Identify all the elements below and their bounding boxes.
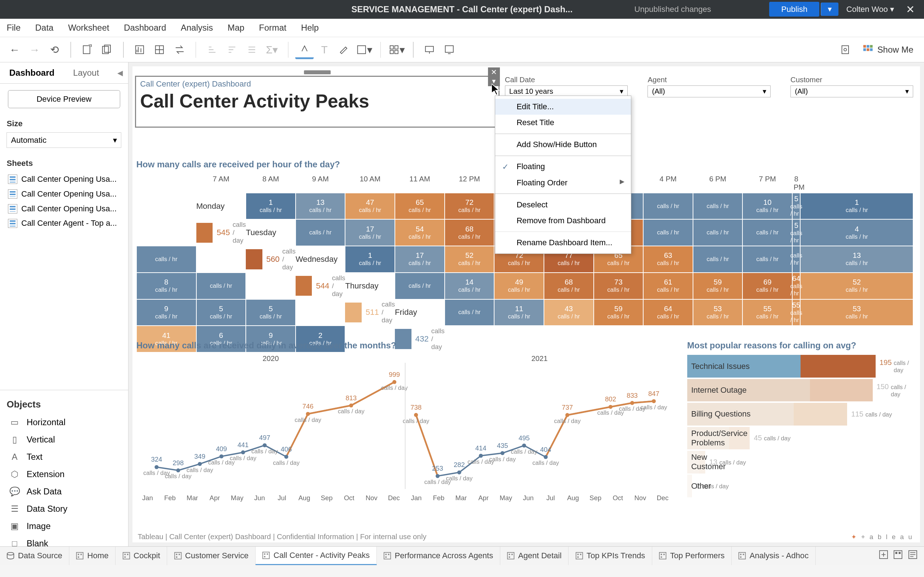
guide-icon[interactable] bbox=[836, 40, 855, 59]
heatmap-cell[interactable]: calls / hr bbox=[693, 219, 743, 246]
object-vertical[interactable]: ▯Vertical bbox=[0, 431, 128, 448]
sheet-item[interactable]: Call Center Opening Usa... bbox=[3, 187, 125, 201]
heatmap-cell[interactable]: 49calls / hr bbox=[494, 272, 544, 299]
heatmap-cell[interactable]: 53calls / hr bbox=[800, 299, 913, 326]
heatmap-cell[interactable]: 13calls / hr bbox=[800, 246, 913, 272]
new-sheet-icon[interactable] bbox=[130, 40, 149, 59]
heatmap-cell[interactable]: 10calls / hr bbox=[743, 193, 792, 220]
sheet-tab[interactable]: Top Performers bbox=[652, 547, 732, 565]
heatmap-cell[interactable]: calls / hr bbox=[743, 219, 792, 246]
heatmap-cell[interactable]: 72calls / hr bbox=[445, 193, 494, 220]
sheet-tab[interactable]: Customer Service bbox=[167, 547, 255, 565]
menu-remove[interactable]: Remove from Dashboard bbox=[495, 213, 631, 229]
object-text[interactable]: AText bbox=[0, 448, 128, 466]
reason-row[interactable]: Product/Service Problems 45calls / day bbox=[687, 426, 914, 450]
new-worksheet-tab-icon[interactable] bbox=[879, 550, 888, 561]
heatmap-cell[interactable]: 52calls / hr bbox=[445, 246, 494, 272]
menu-analysis[interactable]: Analysis bbox=[181, 23, 213, 33]
heatmap-cell[interactable]: 5calls / hr bbox=[196, 299, 246, 326]
menu-worksheet[interactable]: Worksheet bbox=[68, 23, 109, 33]
close-icon[interactable]: ✕ bbox=[902, 3, 919, 16]
heatmap-cell[interactable]: 55calls / hr bbox=[743, 299, 792, 326]
heatmap-cell[interactable]: 1calls / hr bbox=[345, 246, 395, 272]
heatmap-day-bar[interactable]: 545calls / day bbox=[196, 219, 246, 246]
object-askdata[interactable]: 💬Ask Data bbox=[0, 483, 128, 500]
heatmap-cell[interactable]: 68calls / hr bbox=[445, 219, 494, 246]
heatmap-cell[interactable]: 47calls / hr bbox=[345, 193, 395, 220]
new-story-tab-icon[interactable] bbox=[908, 550, 918, 561]
menu-deselect[interactable]: Deselect bbox=[495, 197, 631, 213]
heatmap-cell[interactable]: 55calls / hr bbox=[792, 299, 800, 326]
heatmap-cell[interactable]: calls / hr bbox=[196, 272, 246, 299]
borders-icon[interactable]: ▾ bbox=[355, 40, 374, 59]
heatmap-cell[interactable]: 52calls / hr bbox=[800, 272, 913, 299]
heatmap-cell[interactable]: calls / hr bbox=[643, 219, 693, 246]
tab-dashboard[interactable]: Dashboard bbox=[0, 62, 64, 83]
menu-reset-title[interactable]: Reset Title bbox=[495, 115, 631, 131]
dashboard-canvas[interactable]: ✕ ▼ Call Center (expert) Dashboard Call … bbox=[129, 62, 924, 546]
duplicate-icon[interactable] bbox=[98, 40, 116, 59]
annotate-icon[interactable] bbox=[335, 40, 354, 59]
drag-handle[interactable] bbox=[304, 70, 331, 74]
dashboard-title-object[interactable]: ✕ ▼ Call Center (expert) Dashboard Call … bbox=[135, 76, 499, 128]
heatmap-cell[interactable]: 43calls / hr bbox=[544, 299, 594, 326]
undo-icon[interactable]: ← bbox=[5, 40, 24, 59]
menu-dashboard[interactable]: Dashboard bbox=[124, 23, 166, 33]
heatmap-cell[interactable]: 64calls / hr bbox=[643, 299, 693, 326]
heatmap-cell[interactable]: 1calls / hr bbox=[800, 193, 913, 220]
publish-dropdown[interactable]: ▼ bbox=[821, 3, 838, 16]
heatmap-cell[interactable]: calls / hr bbox=[445, 299, 494, 326]
reason-row[interactable]: Internet Outage 150calls / day bbox=[687, 378, 914, 402]
heatmap-cell[interactable]: 63calls / hr bbox=[643, 246, 693, 272]
object-image[interactable]: ▣Image bbox=[0, 517, 128, 535]
sheet-tab[interactable]: Cockpit bbox=[115, 547, 167, 565]
heatmap-cell[interactable]: 69calls / hr bbox=[743, 272, 792, 299]
menu-help[interactable]: Help bbox=[301, 23, 319, 33]
remove-object-icon[interactable]: ✕ bbox=[488, 68, 500, 77]
sheet-item[interactable]: Call Center Opening Usa... bbox=[3, 201, 125, 216]
size-selector[interactable]: Automatic▾ bbox=[6, 132, 121, 148]
heatmap-cell[interactable]: 64calls / hr bbox=[792, 272, 800, 299]
heatmap-day-bar[interactable]: 544calls / day bbox=[296, 272, 346, 299]
menu-file[interactable]: File bbox=[6, 23, 21, 33]
heatmap-cell[interactable]: 59calls / hr bbox=[594, 299, 643, 326]
tab-data-source[interactable]: Data Source bbox=[0, 547, 69, 565]
menu-rename[interactable]: Rename Dashboard Item... bbox=[495, 235, 631, 251]
heatmap-cell[interactable]: 8calls / hr bbox=[136, 272, 196, 299]
heatmap-day-bar[interactable]: 511calls / day bbox=[345, 299, 395, 326]
device-preview-button[interactable]: Device Preview bbox=[8, 90, 120, 108]
reason-row[interactable]: Billing Questions 115calls / day bbox=[687, 402, 914, 426]
swap-icon[interactable] bbox=[170, 40, 189, 59]
collapse-sidebar-icon[interactable]: ◀ bbox=[112, 66, 128, 80]
menu-data[interactable]: Data bbox=[36, 23, 54, 33]
heatmap-cell[interactable]: calls / hr bbox=[792, 246, 800, 272]
object-horizontal[interactable]: ▭Horizontal bbox=[0, 414, 128, 431]
heatmap-cell[interactable]: 68calls / hr bbox=[544, 272, 594, 299]
menu-floating[interactable]: ✓Floating bbox=[495, 159, 631, 174]
presentation-icon[interactable] bbox=[420, 40, 439, 59]
new-dashboard-tab-icon[interactable] bbox=[893, 550, 903, 561]
heatmap-cell[interactable]: 1calls / hr bbox=[246, 193, 296, 220]
highlight-icon[interactable] bbox=[295, 40, 314, 59]
heatmap-cell[interactable]: calls / hr bbox=[136, 246, 196, 272]
menu-format[interactable]: Format bbox=[259, 23, 287, 33]
sheet-item[interactable]: Call Center Opening Usa... bbox=[3, 172, 125, 187]
show-me-button[interactable]: Show Me bbox=[857, 42, 919, 58]
heatmap-cell[interactable]: calls / hr bbox=[643, 193, 693, 220]
heatmap-cell[interactable]: 4calls / hr bbox=[800, 219, 913, 246]
sheet-tab[interactable]: Call Center - Activity Peaks bbox=[255, 547, 377, 565]
heatmap-cell[interactable]: calls / hr bbox=[693, 246, 743, 272]
user-menu[interactable]: Colten Woo ▾ bbox=[846, 4, 894, 14]
filter-agent-select[interactable]: (All)▾ bbox=[648, 85, 770, 97]
sheet-tab[interactable]: Agent Detail bbox=[500, 547, 569, 565]
heatmap-cell[interactable]: calls / hr bbox=[395, 272, 445, 299]
device-icon[interactable] bbox=[440, 40, 459, 59]
menu-floating-order[interactable]: Floating Order▶ bbox=[495, 174, 631, 190]
filter-customer-select[interactable]: (All)▾ bbox=[790, 85, 913, 97]
heatmap-cell[interactable]: calls / hr bbox=[296, 219, 346, 246]
reason-row[interactable]: New Customer 13calls / day bbox=[687, 450, 914, 474]
heatmap-day-bar[interactable]: 560calls / day bbox=[246, 246, 296, 272]
reason-row[interactable]: Other 2calls / day bbox=[687, 474, 914, 498]
heatmap-cell[interactable]: 59calls / hr bbox=[693, 272, 743, 299]
heatmap-cell[interactable]: 5calls / hr bbox=[246, 299, 296, 326]
